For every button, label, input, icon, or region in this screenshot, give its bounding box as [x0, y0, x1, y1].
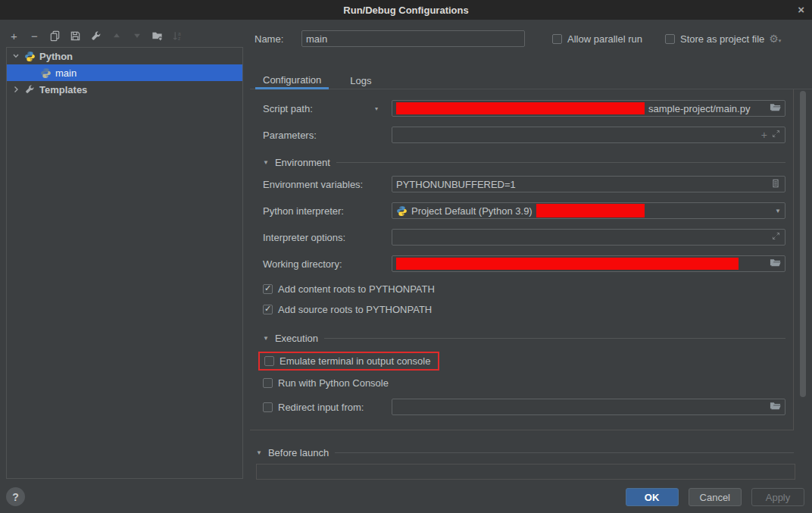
environment-section-header[interactable]: ▼ Environment	[263, 156, 785, 168]
dropdown-arrow-icon[interactable]: ▼	[775, 208, 781, 214]
checkbox-label: Run with Python Console	[278, 377, 389, 389]
new-folder-icon[interactable]	[151, 29, 164, 42]
parameters-row: Parameters: +	[263, 127, 785, 143]
tree-item-label: Python	[39, 51, 73, 62]
checkbox-box[interactable]	[263, 402, 273, 412]
collapse-arrow-icon[interactable]: ▼	[263, 335, 269, 342]
checkbox-box[interactable]	[552, 34, 562, 44]
run-debug-configurations-dialog: Run/Debug Configurations × + − az	[0, 0, 812, 513]
tab-bar: Configuration Logs	[250, 72, 812, 89]
tree-item-main[interactable]: main	[7, 64, 242, 81]
script-path-dropdown-icon[interactable]: ▾	[375, 105, 378, 112]
name-row: Name: main Allow parallel run Store as p…	[255, 30, 781, 47]
redaction-bar	[396, 102, 645, 114]
gear-icon[interactable]: ⚙▾	[769, 33, 781, 45]
chevron-down-icon[interactable]	[11, 52, 20, 60]
tree-item-templates[interactable]: Templates	[7, 81, 242, 98]
browse-folder-icon[interactable]	[770, 257, 781, 271]
redaction-bar	[396, 258, 739, 270]
python-interpreter-select[interactable]: Project Default (Python 3.9) ▼	[392, 202, 785, 219]
store-as-project-file-checkbox[interactable]: Store as project file	[665, 33, 764, 45]
apply-button[interactable]: Apply	[751, 488, 804, 506]
tree-item-label: main	[55, 67, 77, 79]
python-icon	[40, 67, 52, 79]
environment-variables-row: Environment variables: PYTHONUNBUFFERED=…	[263, 176, 785, 192]
working-directory-input[interactable]	[392, 255, 785, 272]
collapse-arrow-icon[interactable]: ▼	[256, 449, 262, 456]
script-path-row: Script path: ▾ sample-project/main.py	[263, 100, 785, 117]
redirect-input-row: Redirect input from:	[263, 399, 785, 415]
svg-text:z: z	[178, 36, 180, 41]
highlight-annotation: Emulate terminal in output console	[258, 352, 439, 371]
before-launch-task-list[interactable]	[256, 464, 795, 480]
section-rule	[335, 452, 794, 453]
titlebar: Run/Debug Configurations ×	[0, 0, 812, 20]
save-configuration-icon[interactable]	[69, 29, 82, 42]
section-title: Environment	[275, 157, 330, 168]
tab-label: Configuration	[263, 74, 321, 86]
checkbox-label: Add source roots to PYTHONPATH	[278, 304, 432, 315]
checkbox-label: Add content roots to PYTHONPATH	[278, 283, 435, 295]
execution-section-header[interactable]: ▼ Execution	[263, 332, 785, 344]
help-button[interactable]: ?	[6, 487, 25, 506]
ok-button[interactable]: OK	[626, 488, 679, 506]
script-path-value: sample-project/main.py	[648, 103, 750, 114]
scrollbar-thumb[interactable]	[800, 91, 806, 397]
section-title: Before launch	[268, 447, 329, 458]
cancel-button[interactable]: Cancel	[689, 488, 742, 506]
edit-variables-icon[interactable]	[770, 178, 781, 191]
wrench-icon	[24, 84, 36, 95]
tree-item-python[interactable]: Python	[7, 48, 242, 64]
redirect-input-input[interactable]	[392, 399, 785, 415]
add-content-roots-checkbox[interactable]: Add content roots to PYTHONPATH	[263, 283, 785, 295]
expand-field-icon[interactable]	[771, 231, 781, 243]
environment-variables-label: Environment variables:	[263, 179, 363, 190]
checkbox-label: Allow parallel run	[567, 33, 642, 45]
environment-variables-input[interactable]: PYTHONUNBUFFERED=1	[392, 176, 785, 192]
add-configuration-button[interactable]: +	[8, 29, 20, 42]
checkbox-label: Emulate terminal in output console	[280, 355, 430, 367]
tab-logs[interactable]: Logs	[342, 72, 379, 89]
name-label: Name:	[255, 33, 301, 45]
interpreter-options-label: Interpreter options:	[263, 232, 345, 243]
interpreter-options-row: Interpreter options:	[263, 229, 785, 246]
checkbox-label: Store as project file	[680, 33, 764, 45]
working-directory-row: Working directory:	[263, 255, 785, 272]
add-macro-icon[interactable]: +	[761, 129, 767, 141]
allow-parallel-run-checkbox[interactable]: Allow parallel run	[552, 33, 642, 45]
script-path-input[interactable]: sample-project/main.py	[392, 100, 785, 117]
checkbox-box[interactable]	[665, 34, 675, 44]
interpreter-options-input[interactable]	[392, 229, 785, 246]
copy-configuration-icon[interactable]	[48, 29, 61, 42]
tab-label: Logs	[350, 75, 371, 86]
emulate-terminal-checkbox[interactable]: Emulate terminal in output console	[264, 355, 430, 367]
chevron-right-icon[interactable]	[11, 86, 20, 93]
checkbox-box[interactable]	[263, 378, 273, 388]
checkbox-box[interactable]	[263, 305, 273, 314]
browse-folder-icon[interactable]	[770, 400, 781, 414]
checkbox-box[interactable]	[264, 356, 274, 366]
parameters-input[interactable]: +	[392, 127, 785, 143]
configurations-toolbar: + − az	[8, 27, 184, 44]
section-rule	[324, 338, 785, 339]
edit-templates-icon[interactable]	[89, 29, 102, 42]
name-value: main	[306, 33, 327, 45]
working-directory-label: Working directory:	[263, 258, 342, 270]
script-path-label: Script path:	[263, 103, 313, 114]
expand-field-icon[interactable]	[771, 129, 781, 141]
redaction-bar	[536, 204, 645, 217]
configuration-form: Script path: ▾ sample-project/main.py	[250, 89, 794, 430]
configurations-tree: Python main Templates	[6, 47, 243, 479]
redirect-input-checkbox[interactable]: Redirect input from:	[263, 402, 364, 413]
browse-folder-icon[interactable]	[770, 102, 781, 115]
checkbox-box[interactable]	[263, 284, 273, 294]
before-launch-section-header[interactable]: ▼ Before launch	[256, 446, 794, 458]
close-icon[interactable]: ×	[798, 2, 804, 17]
remove-configuration-button[interactable]: −	[28, 29, 41, 42]
run-with-python-console-checkbox[interactable]: Run with Python Console	[263, 377, 785, 389]
collapse-arrow-icon[interactable]: ▼	[263, 159, 269, 166]
add-source-roots-checkbox[interactable]: Add source roots to PYTHONPATH	[263, 304, 785, 315]
name-input[interactable]: main	[301, 30, 525, 47]
tab-configuration[interactable]: Configuration	[255, 72, 329, 89]
move-up-icon	[110, 29, 123, 42]
